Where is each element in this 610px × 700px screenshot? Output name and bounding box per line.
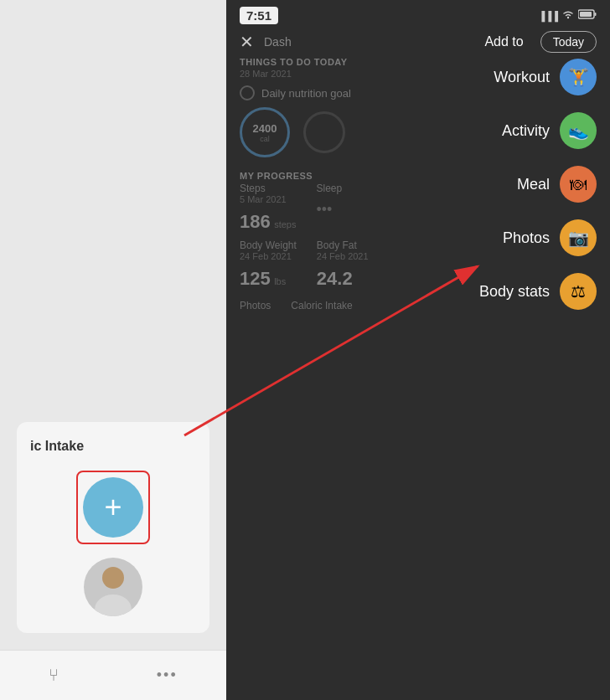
activity-label: Activity xyxy=(502,122,550,140)
left-card: ic Intake + xyxy=(17,422,209,633)
status-time: 7:51 xyxy=(240,7,278,24)
status-icons: ▐▐▐ xyxy=(539,9,597,22)
workout-icon-circle: 🏋 xyxy=(560,59,597,95)
card-title: ic Intake xyxy=(30,439,84,454)
add-to-label: Add to xyxy=(484,34,523,49)
menu-item-photos[interactable]: Photos 📷 xyxy=(426,211,610,265)
menu-item-bodystats[interactable]: Body stats ⚖ xyxy=(426,265,610,318)
steps-item: Steps 5 Mar 2021 186 steps xyxy=(240,183,296,233)
battery-icon xyxy=(578,9,597,22)
body-fat-value: 24.2 xyxy=(317,268,353,289)
right-panel: 7:51 ▐▐▐ ✕ Dash Add t xyxy=(226,0,610,700)
goal-checkbox xyxy=(240,85,255,100)
calorie-circle: 2400 cal xyxy=(240,107,290,157)
close-button[interactable]: ✕ xyxy=(240,32,254,52)
meal-label: Meal xyxy=(517,176,550,193)
status-bar: 7:51 ▐▐▐ xyxy=(226,0,610,28)
calories-value: 2400 xyxy=(253,122,277,135)
body-weight-item: Body Weight 24 Feb 2021 125 lbs xyxy=(240,239,297,290)
menu-item-workout[interactable]: Workout 🏋 xyxy=(426,50,610,104)
activity-icon-circle: 👟 xyxy=(560,112,597,149)
steps-label: Steps xyxy=(240,183,296,194)
photos-icon: 📷 xyxy=(568,228,589,248)
signal-icon: ▐▐▐ xyxy=(539,11,558,21)
body-weight-date: 24 Feb 2021 xyxy=(240,251,297,261)
meal-icon-circle: 🍽 xyxy=(560,166,597,203)
workout-label: Workout xyxy=(494,69,550,86)
dots-icon[interactable]: ••• xyxy=(157,667,178,684)
meal-icon: 🍽 xyxy=(570,175,587,194)
plus-icon: + xyxy=(104,492,121,522)
menu-item-activity[interactable]: Activity 👟 xyxy=(426,104,610,157)
sleep-label: Sleep xyxy=(316,183,342,194)
add-button[interactable]: + xyxy=(83,477,143,538)
svg-rect-5 xyxy=(595,13,597,16)
body-weight-unit: lbs xyxy=(274,276,286,286)
workout-icon: 🏋 xyxy=(568,67,589,87)
steps-date: 5 Mar 2021 xyxy=(240,194,296,204)
add-button-container: + xyxy=(76,471,150,544)
bodystats-icon: ⚖ xyxy=(571,281,586,301)
avatar xyxy=(84,558,142,616)
svg-point-2 xyxy=(567,17,569,18)
protein-placeholder xyxy=(303,111,345,153)
bodystats-icon-circle: ⚖ xyxy=(560,273,597,310)
bodystats-label: Body stats xyxy=(479,283,550,301)
photos-label: Photos xyxy=(240,300,271,311)
svg-rect-4 xyxy=(580,12,592,17)
calories-unit: cal xyxy=(260,135,270,143)
caloric-intake-item: Caloric Intake xyxy=(291,300,352,311)
bottom-nav: ⑂ ••• xyxy=(0,650,226,700)
body-fat-date: 24 Feb 2021 xyxy=(317,251,369,261)
dash-label: Dash xyxy=(264,35,474,49)
photos-item: Photos xyxy=(240,300,271,311)
menu-item-meal[interactable]: Meal 🍽 xyxy=(426,157,610,211)
wifi-icon xyxy=(561,9,575,22)
body-weight-value: 125 xyxy=(240,268,271,289)
body-fat-label: Body Fat xyxy=(317,239,369,251)
body-fat-item: Body Fat 24 Feb 2021 24.2 xyxy=(317,239,369,290)
daily-goal-label: Daily nutrition goal xyxy=(261,87,351,100)
steps-unit: steps xyxy=(274,219,296,229)
left-panel: ic Intake + ⑂ ••• xyxy=(0,0,226,700)
svg-point-0 xyxy=(102,567,124,589)
fork-knife-icon[interactable]: ⑂ xyxy=(49,666,59,685)
steps-value: 186 xyxy=(240,211,271,232)
svg-point-1 xyxy=(95,594,132,616)
body-weight-label: Body Weight xyxy=(240,239,297,251)
add-to-menu: Workout 🏋 Activity 👟 Meal 🍽 Photos 📷 Bod… xyxy=(426,50,610,318)
caloric-intake-label: Caloric Intake xyxy=(291,300,352,311)
photos-menu-label: Photos xyxy=(503,229,550,247)
sleep-dots: ••• xyxy=(316,201,342,219)
photos-icon-circle: 📷 xyxy=(560,219,597,256)
sleep-item: Sleep ••• xyxy=(316,183,342,233)
activity-icon: 👟 xyxy=(568,121,589,141)
